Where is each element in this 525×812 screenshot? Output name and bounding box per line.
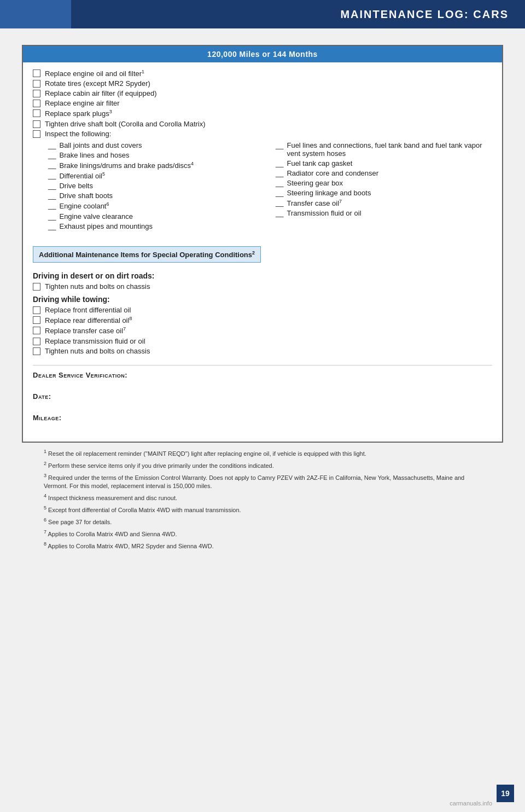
inspect-ball-joints: __ Ball joints and dust covers bbox=[48, 141, 265, 149]
page-number: 19 bbox=[497, 785, 514, 802]
checkbox-rotate-tires[interactable]: Rotate tires (except MR2 Spyder) bbox=[33, 79, 492, 88]
inspect-right-col: __ Fuel lines and connections, fuel tank… bbox=[276, 141, 492, 232]
inspect-drive-belts: __ Drive belts bbox=[48, 182, 265, 190]
inspect-transmission-fluid: __ Transmission fluid or oil bbox=[276, 209, 492, 217]
checkbox-tighten-towing[interactable]: Tighten nuts and bolts on chassis bbox=[33, 347, 492, 355]
checkbox-icon[interactable] bbox=[33, 306, 40, 314]
accent-bar bbox=[0, 0, 71, 28]
checkbox-tighten-desert[interactable]: Tighten nuts and bolts on chassis bbox=[33, 282, 492, 291]
main-section-body: Replace engine oil and oil filter1 Rotat… bbox=[23, 62, 502, 442]
inspect-exhaust-pipes: __ Exhaust pipes and mountings bbox=[48, 222, 265, 230]
inspect-steering-linkage: __ Steering linkage and boots bbox=[276, 189, 492, 197]
checkbox-icon[interactable] bbox=[33, 109, 40, 117]
inspect-fuel-tank-cap: __ Fuel tank cap gasket bbox=[276, 159, 492, 167]
inspect-transfer-case-oil: __ Transfer case oil7 bbox=[276, 199, 492, 207]
footnote-4: 4 Inspect thickness measurement and disc… bbox=[44, 492, 481, 502]
checkbox-engine-air-filter[interactable]: Replace engine air filter bbox=[33, 99, 492, 107]
inspect-label: Inspect the following: bbox=[33, 130, 492, 138]
inspect-engine-coolant: __ Engine coolant6 bbox=[48, 201, 265, 210]
watermark: carmanuals.info bbox=[450, 800, 492, 807]
footnotes: 1 Reset the oil replacement reminder ("M… bbox=[22, 448, 503, 551]
footnote-3: 3 Required under the terms of the Emissi… bbox=[44, 472, 481, 490]
checkbox-front-diff[interactable]: Replace front differential oil bbox=[33, 306, 492, 314]
checkbox-icon[interactable] bbox=[33, 316, 40, 324]
mileage-field: Mileage: bbox=[33, 414, 492, 422]
inspect-fuel-lines: __ Fuel lines and connections, fuel tank… bbox=[276, 141, 492, 158]
section-header: 120,000 Miles or 144 Months bbox=[23, 46, 502, 62]
checkbox-icon[interactable] bbox=[33, 283, 40, 291]
footnote-5: 5 Except front differential of Corolla M… bbox=[44, 504, 481, 514]
checkbox-replace-engine-oil[interactable]: Replace engine oil and oil filter1 bbox=[33, 69, 492, 78]
inspect-brake-lines: __ Brake lines and hoses bbox=[48, 151, 265, 159]
inspect-two-col: __ Ball joints and dust covers __ Brake … bbox=[48, 141, 492, 232]
inspect-steering-gear-box: __ Steering gear box bbox=[276, 179, 492, 187]
inspect-differential-oil: __ Differential oil5 bbox=[48, 171, 265, 180]
date-field: Date: bbox=[33, 392, 492, 401]
checkbox-icon[interactable] bbox=[33, 130, 40, 138]
footnote-8: 8 Applies to Corolla Matrix 4WD, MR2 Spy… bbox=[44, 541, 481, 550]
footnote-2: 2 Perform these service items only if yo… bbox=[44, 460, 481, 470]
footer-fields: Dealer Service Verification: Date: Milea… bbox=[33, 365, 492, 422]
footnote-6: 6 See page 37 for details. bbox=[44, 517, 481, 526]
main-box: 120,000 Miles or 144 Months Replace engi… bbox=[22, 45, 503, 443]
checkbox-drive-shaft-bolt[interactable]: Tighten drive shaft bolt (Corolla and Co… bbox=[33, 120, 492, 128]
checkbox-icon[interactable] bbox=[33, 347, 40, 355]
inspect-engine-valve: __ Engine valve clearance bbox=[48, 212, 265, 221]
checkbox-icon[interactable] bbox=[33, 100, 40, 107]
inspect-brake-linings: __ Brake linings/drums and brake pads/di… bbox=[48, 161, 265, 170]
checkbox-transmission-fluid[interactable]: Replace transmission fluid or oil bbox=[33, 337, 492, 345]
checkbox-icon[interactable] bbox=[33, 69, 40, 77]
main-content: 120,000 Miles or 144 Months Replace engi… bbox=[0, 28, 525, 564]
checkbox-icon[interactable] bbox=[33, 90, 40, 97]
dealer-service-field: Dealer Service Verification: bbox=[33, 371, 492, 379]
driving-desert-header: Driving in desert or on dirt roads: bbox=[33, 271, 492, 280]
inspect-drive-shaft-boots: __ Drive shaft boots bbox=[48, 192, 265, 200]
inspect-left-col: __ Ball joints and dust covers __ Brake … bbox=[48, 141, 265, 232]
checkbox-rear-diff[interactable]: Replace rear differential oil8 bbox=[33, 316, 492, 324]
footnote-1: 1 Reset the oil replacement reminder ("M… bbox=[44, 448, 481, 458]
footnote-7: 7 Applies to Corolla Matrix 4WD and Sien… bbox=[44, 529, 481, 538]
header-bar: Maintenance Log: Cars bbox=[0, 0, 525, 28]
additional-header: Additional Maintenance Items for Special… bbox=[33, 246, 261, 263]
checkbox-transfer-case[interactable]: Replace transfer case oil7 bbox=[33, 326, 492, 335]
checkbox-icon[interactable] bbox=[33, 120, 40, 128]
inspect-radiator-core: __ Radiator core and condenser bbox=[276, 169, 492, 177]
checkbox-spark-plugs[interactable]: Replace spark plugs3 bbox=[33, 109, 492, 118]
page-title: Maintenance Log: Cars bbox=[340, 8, 509, 21]
checkbox-icon[interactable] bbox=[33, 80, 40, 88]
checkbox-cabin-air-filter[interactable]: Replace cabin air filter (if equipped) bbox=[33, 89, 492, 97]
driving-towing-header: Driving while towing: bbox=[33, 295, 492, 304]
checkbox-icon[interactable] bbox=[33, 327, 40, 334]
checkbox-icon[interactable] bbox=[33, 338, 40, 345]
